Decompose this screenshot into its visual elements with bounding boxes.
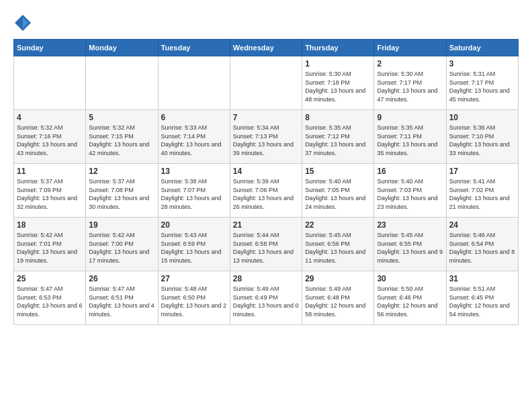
day-number: 3	[449, 59, 515, 68]
day-detail: Sunrise: 5:31 AM Sunset: 7:17 PM Dayligh…	[449, 70, 515, 103]
logo-icon	[13, 13, 32, 32]
day-number: 25	[17, 274, 83, 283]
week-row-4: 18Sunrise: 5:42 AM Sunset: 7:01 PM Dayli…	[14, 218, 519, 271]
day-cell: 10Sunrise: 5:36 AM Sunset: 7:10 PM Dayli…	[446, 110, 518, 164]
day-number: 7	[233, 113, 299, 122]
day-cell: 1Sunrise: 5:30 AM Sunset: 7:18 PM Daylig…	[302, 56, 374, 110]
day-detail: Sunrise: 5:32 AM Sunset: 7:15 PM Dayligh…	[89, 124, 154, 157]
logo	[13, 13, 35, 32]
day-number: 14	[233, 167, 299, 176]
day-detail: Sunrise: 5:47 AM Sunset: 6:53 PM Dayligh…	[17, 285, 83, 318]
day-cell: 12Sunrise: 5:37 AM Sunset: 7:08 PM Dayli…	[86, 164, 158, 218]
day-cell	[14, 56, 86, 110]
day-detail: Sunrise: 5:51 AM Sunset: 6:45 PM Dayligh…	[449, 285, 515, 318]
day-detail: Sunrise: 5:40 AM Sunset: 7:03 PM Dayligh…	[377, 177, 443, 211]
day-detail: Sunrise: 5:34 AM Sunset: 7:13 PM Dayligh…	[233, 124, 299, 157]
calendar-header: SundayMondayTuesdayWednesdayThursdayFrid…	[14, 40, 519, 56]
day-cell: 16Sunrise: 5:40 AM Sunset: 7:03 PM Dayli…	[374, 164, 446, 218]
day-cell: 18Sunrise: 5:42 AM Sunset: 7:01 PM Dayli…	[14, 218, 86, 271]
day-detail: Sunrise: 5:45 AM Sunset: 6:55 PM Dayligh…	[377, 231, 443, 265]
day-cell: 14Sunrise: 5:39 AM Sunset: 7:06 PM Dayli…	[230, 164, 302, 218]
day-cell: 31Sunrise: 5:51 AM Sunset: 6:45 PM Dayli…	[446, 271, 518, 325]
week-row-5: 25Sunrise: 5:47 AM Sunset: 6:53 PM Dayli…	[14, 271, 519, 325]
day-cell: 30Sunrise: 5:50 AM Sunset: 6:46 PM Dayli…	[374, 271, 446, 325]
day-number: 20	[161, 220, 227, 230]
weekday-header-sunday: Sunday	[14, 40, 86, 56]
day-detail: Sunrise: 5:35 AM Sunset: 7:12 PM Dayligh…	[305, 124, 371, 157]
day-cell: 23Sunrise: 5:45 AM Sunset: 6:55 PM Dayli…	[374, 218, 446, 271]
day-cell: 29Sunrise: 5:49 AM Sunset: 6:48 PM Dayli…	[302, 271, 374, 325]
week-row-3: 11Sunrise: 5:37 AM Sunset: 7:09 PM Dayli…	[14, 164, 519, 218]
day-cell: 28Sunrise: 5:49 AM Sunset: 6:49 PM Dayli…	[230, 271, 302, 325]
day-number: 9	[377, 113, 443, 122]
day-number: 21	[233, 220, 299, 230]
day-number: 22	[305, 220, 371, 230]
day-cell: 25Sunrise: 5:47 AM Sunset: 6:53 PM Dayli…	[14, 271, 86, 325]
week-row-2: 4Sunrise: 5:32 AM Sunset: 7:16 PM Daylig…	[14, 110, 519, 164]
day-number: 28	[233, 274, 299, 283]
day-number: 8	[305, 113, 371, 122]
day-detail: Sunrise: 5:48 AM Sunset: 6:50 PM Dayligh…	[161, 285, 227, 318]
day-number: 29	[305, 274, 371, 283]
day-cell	[158, 56, 230, 110]
day-detail: Sunrise: 5:50 AM Sunset: 6:46 PM Dayligh…	[377, 285, 443, 318]
weekday-header-tuesday: Tuesday	[158, 40, 230, 56]
day-detail: Sunrise: 5:44 AM Sunset: 6:58 PM Dayligh…	[233, 231, 299, 265]
day-detail: Sunrise: 5:39 AM Sunset: 7:06 PM Dayligh…	[233, 177, 299, 211]
day-detail: Sunrise: 5:49 AM Sunset: 6:49 PM Dayligh…	[233, 285, 299, 318]
day-number: 18	[17, 220, 83, 230]
day-number: 24	[449, 220, 515, 230]
day-cell: 17Sunrise: 5:41 AM Sunset: 7:02 PM Dayli…	[446, 164, 518, 218]
day-number: 16	[377, 167, 443, 176]
day-detail: Sunrise: 5:36 AM Sunset: 7:10 PM Dayligh…	[449, 124, 515, 157]
day-detail: Sunrise: 5:37 AM Sunset: 7:09 PM Dayligh…	[17, 177, 83, 211]
day-number: 13	[161, 167, 227, 176]
day-cell: 13Sunrise: 5:38 AM Sunset: 7:07 PM Dayli…	[158, 164, 230, 218]
day-number: 31	[449, 274, 515, 283]
day-cell: 21Sunrise: 5:44 AM Sunset: 6:58 PM Dayli…	[230, 218, 302, 271]
day-cell: 4Sunrise: 5:32 AM Sunset: 7:16 PM Daylig…	[14, 110, 86, 164]
weekday-header-monday: Monday	[86, 40, 158, 56]
day-detail: Sunrise: 5:42 AM Sunset: 7:00 PM Dayligh…	[89, 231, 154, 265]
day-number: 26	[89, 274, 154, 283]
day-number: 15	[305, 167, 371, 176]
day-cell: 27Sunrise: 5:48 AM Sunset: 6:50 PM Dayli…	[158, 271, 230, 325]
day-detail: Sunrise: 5:32 AM Sunset: 7:16 PM Dayligh…	[17, 124, 83, 157]
weekday-header-saturday: Saturday	[446, 40, 518, 56]
day-number: 11	[17, 167, 83, 176]
day-detail: Sunrise: 5:33 AM Sunset: 7:14 PM Dayligh…	[161, 124, 227, 157]
weekday-header-wednesday: Wednesday	[230, 40, 302, 56]
day-number: 17	[449, 167, 515, 176]
day-detail: Sunrise: 5:41 AM Sunset: 7:02 PM Dayligh…	[449, 177, 515, 211]
day-cell: 22Sunrise: 5:45 AM Sunset: 6:56 PM Dayli…	[302, 218, 374, 271]
calendar-body: 1Sunrise: 5:30 AM Sunset: 7:18 PM Daylig…	[14, 56, 519, 325]
day-number: 10	[449, 113, 515, 122]
day-number: 12	[89, 167, 154, 176]
day-cell: 20Sunrise: 5:43 AM Sunset: 6:59 PM Dayli…	[158, 218, 230, 271]
day-cell: 3Sunrise: 5:31 AM Sunset: 7:17 PM Daylig…	[446, 56, 518, 110]
weekday-header-friday: Friday	[374, 40, 446, 56]
day-cell: 9Sunrise: 5:35 AM Sunset: 7:11 PM Daylig…	[374, 110, 446, 164]
header	[13, 13, 519, 32]
day-cell	[86, 56, 158, 110]
day-number: 27	[161, 274, 227, 283]
day-detail: Sunrise: 5:38 AM Sunset: 7:07 PM Dayligh…	[161, 177, 227, 211]
day-number: 30	[377, 274, 443, 283]
week-row-1: 1Sunrise: 5:30 AM Sunset: 7:18 PM Daylig…	[14, 56, 519, 110]
day-detail: Sunrise: 5:37 AM Sunset: 7:08 PM Dayligh…	[89, 177, 154, 211]
day-cell: 24Sunrise: 5:46 AM Sunset: 6:54 PM Dayli…	[446, 218, 518, 271]
day-detail: Sunrise: 5:35 AM Sunset: 7:11 PM Dayligh…	[377, 124, 443, 157]
day-detail: Sunrise: 5:45 AM Sunset: 6:56 PM Dayligh…	[305, 231, 371, 265]
day-detail: Sunrise: 5:30 AM Sunset: 7:17 PM Dayligh…	[377, 70, 443, 103]
day-number: 4	[17, 113, 83, 122]
calendar-table: SundayMondayTuesdayWednesdayThursdayFrid…	[13, 39, 519, 325]
day-detail: Sunrise: 5:42 AM Sunset: 7:01 PM Dayligh…	[17, 231, 83, 265]
day-cell: 2Sunrise: 5:30 AM Sunset: 7:17 PM Daylig…	[374, 56, 446, 110]
day-detail: Sunrise: 5:43 AM Sunset: 6:59 PM Dayligh…	[161, 231, 227, 265]
day-number: 6	[161, 113, 227, 122]
day-cell	[230, 56, 302, 110]
day-cell: 11Sunrise: 5:37 AM Sunset: 7:09 PM Dayli…	[14, 164, 86, 218]
day-detail: Sunrise: 5:40 AM Sunset: 7:05 PM Dayligh…	[305, 177, 371, 211]
weekday-header-row: SundayMondayTuesdayWednesdayThursdayFrid…	[14, 40, 519, 56]
day-cell: 15Sunrise: 5:40 AM Sunset: 7:05 PM Dayli…	[302, 164, 374, 218]
